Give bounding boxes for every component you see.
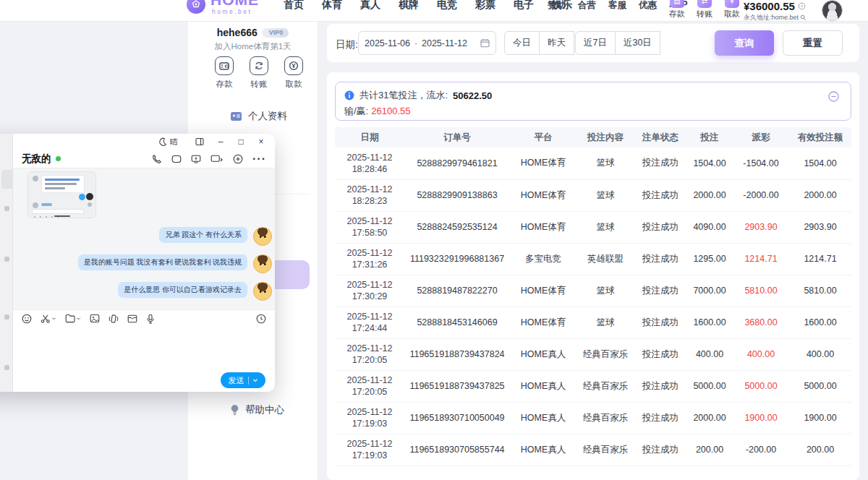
sidebar-item-profile[interactable]: 个人资料 [230,110,287,123]
column-header: 订单号 [404,127,510,147]
file-folder-icon[interactable] [65,314,81,323]
screen-share-icon[interactable] [191,154,201,164]
more-options-icon[interactable]: ··· [252,153,266,166]
date-separator: - [414,38,417,48]
emoji-icon[interactable] [22,314,32,324]
collapse-icon[interactable] [828,91,839,102]
date-range-input[interactable]: 2025-11-06 - 2025-11-12 [358,31,496,55]
send-button[interactable]: 发送 [221,372,265,388]
table-row: 2025-11-1218:28:23 5288829909138863 HOME… [335,179,851,211]
summary-turnover: 50622.50 [453,90,492,101]
column-header: 平台 [510,127,576,147]
nav-deposit-button[interactable]: ▤ 存款 [663,0,692,20]
nav-link[interactable]: 优惠 [639,0,657,12]
image-message-thumbnail[interactable] [27,171,96,218]
self-avatar[interactable] [253,254,272,273]
table-row: 2025-11-1218:28:46 5288829979461821 HOME… [335,147,851,179]
window-shake-icon[interactable] [109,314,119,324]
minimize-icon[interactable]: – [216,137,226,147]
bet-content: 经典百家乐 [576,402,634,434]
bet-amount: 5000.00 [686,370,733,402]
table-row: 2025-11-1217:19:03 1196518930705855744 H… [335,434,851,466]
reset-button[interactable]: 重置 [783,30,843,56]
payout-amount: 5000.00 [733,370,789,402]
order-number: 1196519188739437824 [404,338,510,370]
nav-menu-item[interactable]: 棋牌 [399,0,419,12]
contact-name[interactable]: 无敌的 [22,153,51,166]
valid-amount: 1214.71 [789,243,851,275]
platform: HOME体育 [510,211,576,243]
nav-link[interactable]: 合营 [578,0,596,12]
voice-message-icon[interactable] [146,314,155,324]
voice-call-icon[interactable] [152,154,162,164]
screenshot-scissors-icon[interactable] [41,314,56,324]
maximize-icon[interactable]: □ [236,137,246,147]
nav-menu-item[interactable]: 彩票 [475,0,495,12]
order-number: 5288819487822270 [404,275,510,307]
transfer-circular-icon [250,56,268,75]
nav-menu-item[interactable]: 电子 [514,0,534,12]
conversation-list-strip[interactable] [0,134,13,392]
payout-amount: 3680.00 [733,307,789,338]
date-from-value: 2025-11-06 [365,38,410,48]
quick-range-button[interactable]: 今日 [504,31,540,55]
top-navbar: HOME home.bet 首页 体育 真人 棋牌 电竞 彩票 电子 娱乐 赞助… [0,0,868,22]
nav-withdraw-button[interactable]: ¥ 取款 [718,0,746,20]
magnifier-icon[interactable] [800,14,807,21]
bet-content: 篮球 [576,179,634,211]
sidebar-withdraw-button[interactable]: 取款 [278,56,310,90]
summary-total-label: 共计31笔投注，流水: [359,89,448,102]
deposit-icon: ▤ [670,0,684,8]
quick-range-button[interactable]: 近7日 [575,31,616,55]
video-chat-icon[interactable] [171,154,182,164]
close-icon[interactable]: × [256,137,266,147]
payout-amount: 1214.71 [733,243,789,275]
table-row: 2025-11-1217:30:29 5288819487822270 HOME… [335,275,851,307]
sidebar-item-help[interactable]: 帮助中心 [230,403,284,416]
plus-circle-icon[interactable] [233,154,243,164]
chat-text-input[interactable] [13,327,275,369]
send-options-chevron-icon [252,377,258,383]
user-avatar[interactable] [822,0,843,21]
chat-history-icon[interactable] [256,314,266,324]
nav-link[interactable]: 客服 [608,0,626,12]
sidebar-deposit-button[interactable]: 存款 [208,56,240,90]
payout-amount: -200.00 [733,434,789,466]
self-avatar[interactable] [253,282,272,301]
remote-device-icon[interactable] [210,154,224,164]
quick-range-button[interactable]: 昨天 [540,31,574,55]
send-image-icon[interactable] [90,314,100,323]
home-logo-icon[interactable] [187,0,205,14]
self-avatar[interactable] [253,227,272,246]
date-label: 日期: [336,38,358,51]
payout-amount: 1900.00 [733,402,789,434]
query-button[interactable]: 查询 [715,30,774,56]
payout-amount: 2903.90 [733,211,789,243]
nav-menu-item[interactable]: 首页 [284,0,304,12]
nav-menu-item[interactable]: 电竞 [437,0,457,12]
payout-amount: -2000.00 [733,179,789,211]
valid-amount: 2000.00 [789,179,851,211]
chat-message-area: 兄弟 跟这个 有什么关系 是我的账号问题 我没有套利 硬说我套利 说我违规 是什… [13,168,275,309]
order-number: 5288818453146069 [404,307,510,338]
weather-indicator: 晴 [158,137,178,147]
records-panel: 共计31笔投注，流水: 50622.50 输/赢:26100.55 日期 订单号… [327,72,859,480]
refresh-balance-icon[interactable] [798,2,806,10]
logo-subtitle: home.bet [212,8,252,15]
nav-link[interactable]: 赞助 [548,0,566,12]
moon-icon [158,137,167,146]
message-box-icon[interactable] [127,314,137,323]
nav-transfer-button[interactable]: ⇄ 转账 [690,0,719,20]
bet-status: 投注成功 [634,211,686,243]
platform: HOME体育 [510,179,576,211]
nav-menu-item[interactable]: 真人 [360,0,380,12]
summary-winloss-value: 26100.55 [371,106,410,116]
quick-range-button[interactable]: 近30日 [616,31,660,55]
sidebar-transfer-button[interactable]: 转账 [243,56,275,90]
nav-menu-item[interactable]: 体育 [322,0,342,12]
bet-status: 投注成功 [634,434,686,466]
order-number: 5288824592535124 [404,211,510,243]
bet-amount: 1504.00 [686,147,733,179]
vip-badge: VIP0 [262,28,289,38]
panel-toggle-icon[interactable] [195,137,205,146]
